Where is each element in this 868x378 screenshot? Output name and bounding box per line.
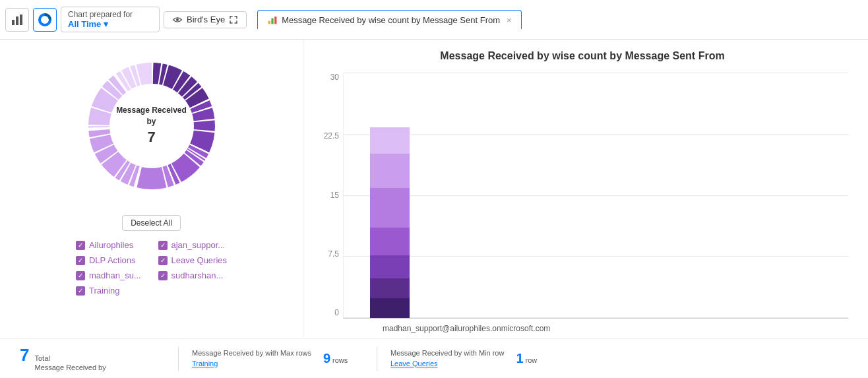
checkbox-sudharshan[interactable] [158,271,168,280]
active-tab[interactable]: Message Received by wise count by Messag… [257,10,522,29]
svg-rect-13 [268,21,270,24]
legend-item-leave: Leave Queries [158,255,228,265]
svg-rect-2 [20,15,22,25]
donut-chart-button[interactable] [33,8,57,32]
legend-label-leave: Leave Queries [171,255,228,265]
gridline-bottom [344,317,848,318]
gridline-2 [344,195,848,196]
total-label: Total Message Received by [34,354,106,373]
min-item-link[interactable]: Leave Queries [390,359,504,369]
legend-label-training: Training [89,286,119,296]
bar-chart-icon [11,13,24,26]
bottom-stats-bar: 7 Total Message Received by Message Rece… [0,338,868,378]
all-time-selector[interactable]: All Time ▾ [68,19,152,29]
y-axis: 30 22.5 15 7.5 0 [317,73,343,319]
max-label-text: Message Received by with Max rows [192,348,311,358]
top-bar: Chart prepared for All Time ▾ Bird's Eye [0,0,868,40]
birds-eye-icon [172,15,183,25]
bars-area [370,127,410,318]
y-label-15: 15 [330,191,339,200]
svg-rect-12 [236,20,237,23]
chart-prepared-box: Chart prepared for All Time ▾ [61,7,160,32]
svg-rect-6 [230,16,231,18]
legend-item-ailurophiles: Ailurophiles [76,240,145,250]
birds-eye-label: Bird's Eye [187,15,225,24]
legend-item-dlp: DLP Actions [76,255,145,265]
main-area: Message Received by 7 Deselect All Ailur… [0,40,868,338]
total-label-line1: Total [34,354,106,363]
total-stat: 7 Total Message Received by [20,345,165,373]
svg-rect-8 [236,16,237,18]
legend-label-dlp: DLP Actions [89,255,136,265]
checkbox-training[interactable] [76,286,85,296]
legend-label-madhan: madhan_su... [89,270,141,280]
gridline-3 [344,256,848,257]
right-panel: Message Received by wise count by Messag… [303,40,868,338]
legend-item-sudharshan: sudharshan... [158,270,228,280]
bar-seg-5 [370,188,410,228]
svg-rect-15 [274,16,276,24]
gridline-1 [344,134,848,135]
svg-rect-0 [12,20,15,25]
legend-label-ajan: ajan_suppor... [171,240,226,250]
y-label-0: 0 [334,308,339,317]
chart-prepared-label: Chart prepared for [68,10,152,19]
divider-1 [178,347,179,371]
birds-eye-button[interactable]: Bird's Eye [164,11,247,28]
total-num: 7 [20,345,29,365]
donut-center-num: 7 [113,127,189,147]
chart-area: 30 22.5 15 7.5 0 [317,73,848,319]
tab-close-icon[interactable]: × [507,15,512,25]
bar-seg-4 [370,228,410,255]
legend-grid: Ailurophiles ajan_suppor... DLP Actions … [63,240,240,296]
svg-rect-10 [230,20,231,23]
legend-label-sudharshan: sudharshan... [171,270,224,280]
bar-seg-6 [370,154,410,188]
min-label-text: Message Received by with Min row [390,348,504,358]
total-label-line2: Message Received by [34,363,106,372]
min-rows-block: 1 row [516,351,537,366]
min-rows-label: row [526,356,538,364]
bar-seg-2 [370,278,410,298]
bar-seg-3 [370,255,410,278]
x-axis-label: madhan_support@ailurophiles.onmicrosoft.… [343,321,848,338]
y-label-225: 22.5 [324,131,339,141]
checkbox-dlp[interactable] [76,256,85,265]
max-item-link[interactable]: Training [192,359,311,369]
max-rows-label: rows [332,356,348,364]
max-rows-num: 9 [323,351,330,366]
checkbox-ajan[interactable] [158,241,168,250]
tab-label: Message Received by wise count by Messag… [282,15,500,25]
donut-chart-icon [38,13,51,26]
min-label-block: Message Received by with Min row Leave Q… [390,348,504,369]
checkbox-leave[interactable] [158,256,168,265]
gridlines [344,73,848,318]
bar-chart-button[interactable] [5,8,29,32]
donut-chart-container: Message Received by 7 [76,50,228,202]
legend-label-ailurophiles: Ailurophiles [89,240,133,250]
chart-title: Message Received by wise count by Messag… [317,50,848,62]
svg-rect-14 [272,18,274,24]
svg-point-4 [176,18,179,21]
left-panel: Message Received by 7 Deselect All Ailur… [0,40,303,338]
checkbox-ailurophiles[interactable] [76,241,85,250]
min-rows-num: 1 [516,351,523,366]
max-stat: Message Received by with Max rows Traini… [192,348,363,369]
legend-item-ajan: ajan_suppor... [158,240,228,250]
max-rows-block: 9 rows [323,351,348,366]
donut-center: Message Received by 7 [113,105,189,147]
checkbox-madhan[interactable] [76,271,85,280]
max-label-block: Message Received by with Max rows Traini… [192,348,311,369]
dropdown-arrow: ▾ [104,19,108,29]
min-stat: Message Received by with Min row Leave Q… [390,348,537,369]
gridline-top [344,73,848,73]
expand-icon [229,15,238,24]
x-label-text: madhan_support@ailurophiles.onmicrosoft.… [383,324,550,333]
donut-center-line1: Message Received by [113,105,189,127]
svg-rect-1 [16,16,18,25]
y-label-75: 7.5 [328,249,339,259]
y-label-30: 30 [330,73,339,82]
all-time-label: All Time [68,19,101,29]
deselect-all-button[interactable]: Deselect All [122,215,181,231]
bar-seg-7 [370,127,410,154]
